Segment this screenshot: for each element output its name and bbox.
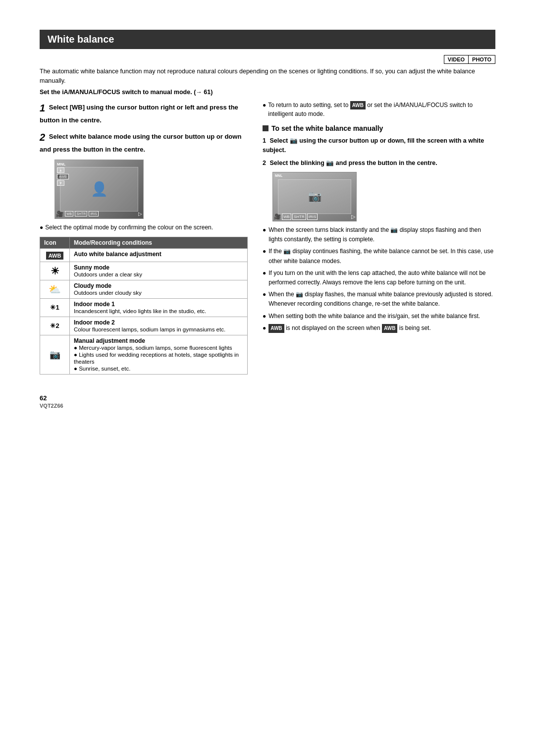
table-cell-mode-indoor2: Indoor mode 2 Colour fluorescent lamps, …	[70, 317, 248, 335]
right-bullet-6: ● AWB is not displayed on the screen whe…	[263, 324, 495, 333]
table-row: ☀ Sunny mode Outdoors under a clear sky	[40, 262, 248, 280]
step-1: 1 Select [WB] using the cursor button ri…	[40, 101, 248, 125]
intro-bullet: Set the iA/MANUAL/FOCUS switch to manual…	[40, 89, 495, 96]
cam-figure-silhouette: 👤	[91, 181, 108, 197]
step-2-number: 2	[40, 132, 45, 143]
right-column: ● To return to auto setting, set to AWB …	[263, 101, 495, 375]
bullet-dot-r1: ●	[263, 225, 266, 244]
table-cell-icon-indoor1: ✳1	[40, 298, 70, 317]
table-cell-mode-sunny: Sunny mode Outdoors under a clear sky	[70, 262, 248, 280]
bullet-dot-r6: ●	[263, 324, 266, 333]
right-bullet-1: ● When the screen turns black instantly …	[263, 225, 495, 244]
awb-inline-2: AWB	[382, 324, 397, 333]
sub-step-1-num: 1	[263, 137, 266, 144]
section-title-box: To set the white balance manually	[263, 124, 495, 132]
mode-desc-cloudy: Outdoors under cloudy sky	[74, 290, 142, 296]
mode-name-awb: Auto white balance adjustment	[74, 251, 161, 258]
table-cell-mode-awb: Auto white balance adjustment	[70, 248, 248, 262]
fig-inner-body: 📷	[278, 179, 351, 214]
table-cell-mode-manual: Manual adjustment mode ● Mercury-vapor l…	[70, 335, 248, 374]
sub-step-2-text: Select the blinking 📷 and press the butt…	[269, 160, 437, 166]
camera-screen-inner: MNL ▲ AWB ▼ 👤	[55, 160, 143, 218]
bullet-dot-r4: ●	[263, 290, 266, 309]
table-cell-mode-cloudy: Cloudy mode Outdoors under cloudy sky	[70, 280, 248, 298]
bullet-dot-return: ●	[263, 101, 266, 118]
cam-wb-symbol: 🎥	[56, 211, 63, 217]
screen-note: ● Select the optimal mode by confirming …	[40, 223, 248, 232]
mode-name-indoor2: Indoor mode 2	[74, 319, 115, 326]
mode-desc-indoor1: Incandescent light, video lights like in…	[74, 308, 206, 314]
wb-table: Icon Mode/Recording conditions AWB Auto …	[40, 237, 248, 375]
step-1-number: 1	[40, 103, 45, 113]
step-2-text: Select white balance mode using the curs…	[40, 133, 241, 153]
awb-badge: AWB	[46, 252, 64, 260]
cam-iris-label: IRIS	[89, 211, 99, 216]
bullet-dot-1: ●	[40, 223, 43, 232]
bullet-dot-r3: ●	[263, 269, 266, 287]
table-row: 📷 Manual adjustment mode ● Mercury-vapor…	[40, 335, 248, 374]
bullet-text-r2: If the 📷 display continues flashing, the…	[268, 247, 495, 266]
fig-bottom-bar: 🎥 WB SHTR IRIS ▷	[274, 214, 355, 220]
cam-shtr-label: SHTR	[75, 211, 87, 216]
mode-name-manual: Manual adjustment mode	[74, 337, 145, 344]
section-title-text: To set the white balance manually	[271, 124, 383, 132]
sub-step-1: 1 Select 📷 using the cursor button up or…	[263, 136, 495, 155]
return-note-text: To return to auto setting, set to AWB or…	[268, 101, 495, 118]
sub-step-2: 2 Select the blinking 📷 and press the bu…	[263, 159, 495, 168]
table-header-icon: Icon	[40, 237, 70, 248]
fig-camera-icon: 🎥	[274, 214, 281, 220]
table-cell-icon-manual: 📷	[40, 335, 70, 374]
table-cell-mode-indoor1: Indoor mode 1 Incandescent light, video …	[70, 298, 248, 317]
page-content: White balance VIDEO PHOTO The automatic …	[40, 30, 495, 409]
right-bullets: ● When the screen turns black instantly …	[263, 225, 495, 333]
fig-iris-btn: IRIS	[307, 214, 318, 220]
step-1-text: Select [WB] using the cursor button righ…	[40, 104, 238, 124]
right-bullet-5: ● When setting both the white balance an…	[263, 312, 495, 321]
mode-desc-sunny: Outdoors under a clear sky	[74, 271, 142, 277]
section-square-icon	[263, 125, 268, 131]
page-number: 62	[40, 394, 47, 402]
mode-name-sunny: Sunny mode	[74, 264, 109, 271]
mode-name-cloudy: Cloudy mode	[74, 282, 111, 289]
camera-screen: MNL ▲ AWB ▼ 👤	[54, 160, 144, 219]
fig-shtr-btn: SHTR	[292, 214, 306, 220]
sub-step-1-text: Select 📷 using the cursor button up or d…	[263, 137, 484, 154]
photo-badge: PHOTO	[468, 55, 495, 64]
bullet-text-r6: AWB is not displayed on the screen when …	[268, 324, 431, 333]
intro-text: The automatic white balance function may…	[40, 67, 495, 86]
fig-icon-symbol: 📷	[308, 190, 321, 203]
table-cell-icon-sunny: ☀	[40, 262, 70, 280]
mode-name-indoor1: Indoor mode 1	[74, 301, 115, 308]
fig-mnl-label: MNL	[275, 174, 282, 177]
right-bullet-3: ● If you turn on the unit with the lens …	[263, 269, 495, 287]
screen-note-text: Select the optimal mode by confirming th…	[45, 223, 213, 232]
table-cell-icon-cloudy: ⛅	[40, 280, 70, 298]
bullet-text-r1: When the screen turns black instantly an…	[268, 225, 495, 244]
awb-inline-1: AWB	[268, 324, 284, 333]
cam-wb-label: WB	[65, 211, 73, 216]
page-title: White balance	[40, 30, 495, 49]
bullet-text-r3: If you turn on the unit with the lens ca…	[268, 269, 495, 287]
mode-desc-indoor2: Colour fluorescent lamps, sodium lamps i…	[74, 326, 225, 332]
table-row: ✳2 Indoor mode 2 Colour fluorescent lamp…	[40, 317, 248, 335]
right-bullet-2: ● If the 📷 display continues flashing, t…	[263, 247, 495, 266]
bullet-text-r4: When the 📷 display flashes, the manual w…	[268, 290, 495, 309]
mode-badges: VIDEO PHOTO	[40, 55, 495, 64]
return-note: ● To return to auto setting, set to AWB …	[263, 101, 495, 118]
camera-figure-small: MNL 📷 🎥 WB SHTR IRIS ▷	[272, 172, 357, 221]
awb-inline-badge: AWB	[350, 101, 366, 109]
table-cell-icon-awb: AWB	[40, 248, 70, 262]
sub-step-2-num: 2	[263, 160, 266, 166]
cam-figure-body: 👤	[60, 167, 138, 212]
page-footer: 62 VQT2Z66	[40, 394, 495, 409]
page-version: VQT2Z66	[40, 403, 63, 409]
table-row: ⛅ Cloudy mode Outdoors under cloudy sky	[40, 280, 248, 298]
bullet-dot-r2: ●	[263, 247, 266, 266]
left-column: 1 Select [WB] using the cursor button ri…	[40, 101, 248, 375]
main-content: 1 Select [WB] using the cursor button ri…	[40, 101, 495, 375]
mode-desc-manual: ● Mercury-vapor lamps, sodium lamps, som…	[74, 345, 239, 372]
right-bullet-4: ● When the 📷 display flashes, the manual…	[263, 290, 495, 309]
table-header-mode: Mode/Recording conditions	[70, 237, 248, 248]
bullet-dot-r5: ●	[263, 312, 266, 321]
bullet-text-r5: When setting both the white balance and …	[268, 312, 480, 321]
